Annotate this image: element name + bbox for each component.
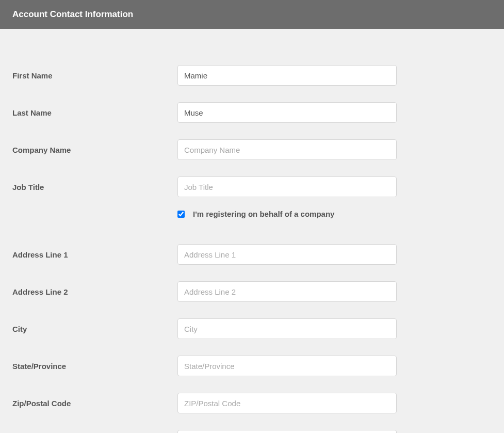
last-name-label: Last Name: [12, 108, 177, 117]
company-name-label: Company Name: [12, 146, 177, 154]
state-province-row: State/Province: [12, 356, 492, 376]
city-label: City: [12, 325, 177, 333]
address-line-2-control: [177, 281, 397, 302]
city-row: City: [12, 318, 492, 339]
address-line-1-control: [177, 244, 397, 265]
company-name-control: [177, 139, 397, 160]
state-province-control: [177, 356, 397, 376]
zip-postal-input[interactable]: [177, 393, 397, 413]
company-checkbox[interactable]: [177, 211, 185, 218]
next-field-control: [177, 430, 397, 433]
job-title-row: Job Title: [12, 177, 492, 197]
address-line-2-input[interactable]: [177, 281, 397, 302]
next-field-input[interactable]: [177, 430, 397, 433]
last-name-input[interactable]: [177, 102, 397, 123]
address-line-1-label: Address Line 1: [12, 250, 177, 259]
state-province-label: State/Province: [12, 362, 177, 371]
address-line-1-input[interactable]: [177, 244, 397, 265]
company-name-row: Company Name: [12, 139, 492, 160]
job-title-control: [177, 177, 397, 197]
address-line-1-row: Address Line 1: [12, 244, 492, 265]
state-province-input[interactable]: [177, 356, 397, 376]
job-title-input[interactable]: [177, 177, 397, 197]
last-name-row: Last Name: [12, 102, 492, 123]
address-line-2-row: Address Line 2: [12, 281, 492, 302]
city-input[interactable]: [177, 318, 397, 339]
form-area: First Name Last Name Company Name Job Ti…: [0, 29, 504, 433]
zip-postal-control: [177, 393, 397, 413]
company-name-input[interactable]: [177, 139, 397, 160]
account-contact-page: Account Contact Information First Name L…: [0, 0, 504, 433]
section-header: Account Contact Information: [0, 0, 504, 29]
city-control: [177, 318, 397, 339]
job-title-label: Job Title: [12, 183, 177, 191]
zip-postal-label: Zip/Postal Code: [12, 399, 177, 408]
last-name-control: [177, 102, 397, 123]
next-field-row: [12, 430, 492, 433]
zip-postal-row: Zip/Postal Code: [12, 393, 492, 413]
first-name-label: First Name: [12, 71, 177, 80]
company-checkbox-label: I'm registering on behalf of a company: [193, 210, 334, 218]
first-name-row: First Name: [12, 65, 492, 86]
first-name-control: [177, 65, 397, 86]
company-checkbox-row: I'm registering on behalf of a company: [12, 210, 492, 218]
first-name-input[interactable]: [177, 65, 397, 86]
section-title: Account Contact Information: [12, 9, 133, 19]
address-line-2-label: Address Line 2: [12, 287, 177, 296]
company-checkbox-wrap[interactable]: I'm registering on behalf of a company: [177, 210, 334, 218]
